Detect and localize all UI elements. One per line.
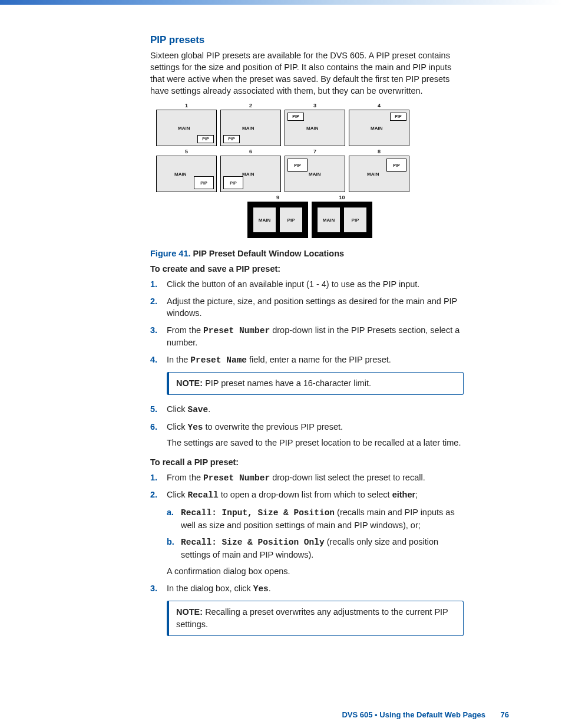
preset-5: 5 MAIN PIP [156,149,217,192]
recall-step-2: Click Recall to open a drop-down list fr… [150,489,464,577]
preset-row-3: 9 MAIN PIP 10 MAIN PIP [156,195,464,238]
create-heading: To create and save a PIP preset: [150,264,464,274]
page-body: PIP presets Sixteen global PIP presets a… [0,5,562,728]
note-preset-name-limit: NOTE: PIP preset names have a 16-charact… [167,372,464,395]
preset-8: 8 MAIN PIP [349,149,409,192]
create-step-6: Click Yes to overwrite the previous PIP … [150,421,464,449]
recall-sub-list: a. Recall: Input, Size & Position (recal… [167,506,464,561]
preset-6: 6 MAIN PIP [220,149,281,192]
preset-4: 4 MAIN PIP [349,103,409,146]
recall-sub-a: a. Recall: Input, Size & Position (recal… [167,506,464,531]
recall-step-1: From the Preset Number drop-down list se… [150,472,464,485]
create-step-3: From the Preset Number drop-down list in… [150,324,464,349]
page-number: 76 [501,710,509,719]
figure-caption: Figure 41. PIP Preset Default Window Loc… [150,249,464,258]
note-recall-overwrite: NOTE: Recalling a preset overwrites any … [167,601,464,635]
preset-2: 2 MAIN PIP [220,103,281,146]
preset-10: 10 MAIN PIP [312,195,372,238]
preset-row-2: 5 MAIN PIP 6 MAIN PIP 7 MAIN PIP [156,149,464,192]
create-steps: Click the button of an available input (… [150,278,464,449]
preset-7: 7 MAIN PIP [285,149,345,192]
content-column: PIP presets Sixteen global PIP presets a… [85,5,515,636]
recall-step-3: In the dialog box, click Yes. NOTE: Reca… [150,582,464,636]
figure-preset-layouts: 1 MAIN PIP 2 MAIN PIP 3 MAIN PIP [156,103,464,238]
top-accent-bar [0,0,562,5]
recall-sub-b: b. Recall: Size & Position Only (recalls… [167,536,464,561]
create-step-1: Click the button of an available input (… [150,278,464,291]
create-step-2: Adjust the picture, size, and position s… [150,295,464,319]
recall-steps: From the Preset Number drop-down list se… [150,472,464,636]
preset-3: 3 MAIN PIP [285,103,345,146]
page-footer: DVS 605 • Using the Default Web Pages 76 [342,710,509,719]
section-title: PIP presets [150,34,464,46]
preset-1: 1 MAIN PIP [156,103,217,146]
preset-row-1: 1 MAIN PIP 2 MAIN PIP 3 MAIN PIP [156,103,464,146]
preset-9: 9 MAIN PIP [247,195,308,238]
recall-heading: To recall a PIP preset: [150,457,464,467]
create-step-5: Click Save. [150,403,464,416]
intro-paragraph: Sixteen global PIP presets are available… [150,50,464,97]
create-step-4: In the Preset Name field, enter a name f… [150,354,464,395]
